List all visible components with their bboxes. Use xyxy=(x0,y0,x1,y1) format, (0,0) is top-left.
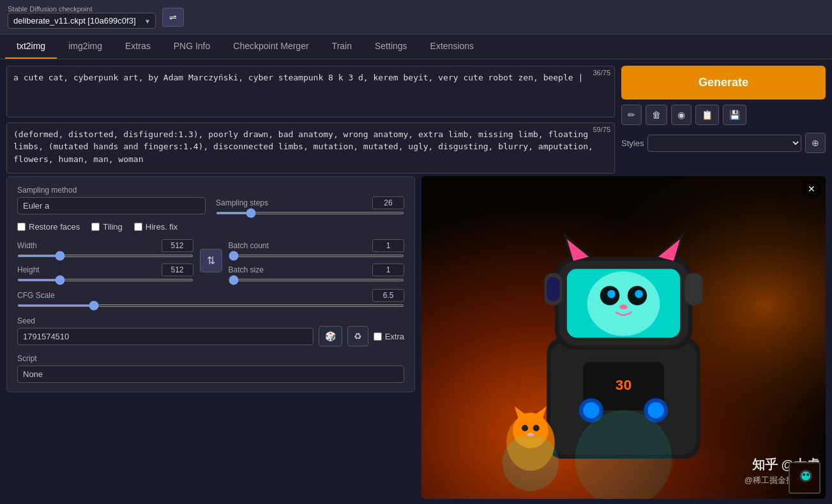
restore-faces-label: Restore faces xyxy=(29,222,80,232)
height-slider[interactable] xyxy=(17,279,193,281)
generated-image: 30 xyxy=(421,176,826,499)
tab-extras[interactable]: Extras xyxy=(114,34,162,59)
width-value[interactable] xyxy=(162,239,193,252)
seed-label: Seed xyxy=(17,316,35,325)
thumbnail-image xyxy=(790,463,821,494)
trash-button[interactable]: 🗑 xyxy=(646,105,667,125)
checkpoint-select-wrap: deliberate_v11.ckpt [10a699c0f3] ▼ xyxy=(8,13,156,29)
sampling-steps-top: Sampling steps xyxy=(216,196,404,209)
tab-png-info[interactable]: PNG Info xyxy=(162,34,222,59)
dice-button[interactable]: 🎲 xyxy=(319,326,342,346)
svg-rect-18 xyxy=(685,273,703,306)
tab-txt2img[interactable]: txt2img xyxy=(5,34,57,59)
height-value[interactable] xyxy=(162,263,193,276)
bottom-area: Sampling method Euler a Sampling steps xyxy=(0,176,832,504)
prompt-col: 36/75 59/75 xyxy=(6,66,615,174)
positive-prompt-input[interactable] xyxy=(7,66,614,114)
seed-row: 🎲 ♻ Extra xyxy=(17,326,404,346)
controls-col: Sampling method Euler a Sampling steps xyxy=(6,176,415,499)
tab-checkpoint-merger[interactable]: Checkpoint Merger xyxy=(222,34,320,59)
topbar: Stable Diffusion checkpoint deliberate_v… xyxy=(0,0,832,34)
sampling-method-select[interactable]: Euler a xyxy=(17,197,206,214)
tab-train[interactable]: Train xyxy=(321,34,363,59)
svg-point-23 xyxy=(583,402,599,418)
script-label: Script xyxy=(17,354,404,363)
nav-tabs: txt2img img2img Extras PNG Info Checkpoi… xyxy=(0,34,832,59)
hires-fix-label: Hires. fix xyxy=(146,222,178,232)
restore-faces-checkbox-label[interactable]: Restore faces xyxy=(17,222,80,232)
svg-point-25 xyxy=(647,402,663,418)
batch-size-label: Batch size xyxy=(229,265,264,274)
extra-checkbox[interactable] xyxy=(374,332,382,341)
generate-col: Generate ✏ 🗑 ◉ 📋 💾 Styles ⊕ xyxy=(621,66,826,174)
batch-count-value[interactable] xyxy=(372,239,404,252)
batch-count-slider[interactable] xyxy=(229,255,405,257)
refresh-button[interactable]: ⇌ xyxy=(162,8,184,27)
wh-row: Width Height xyxy=(17,239,404,281)
negative-prompt-wrap: 59/75 xyxy=(6,122,615,174)
tab-img2img[interactable]: img2img xyxy=(57,34,114,59)
checkboxes-row: Restore faces Tiling Hires. fix xyxy=(17,222,404,232)
sampling-method-label: Sampling method xyxy=(17,186,206,195)
extra-label: Extra xyxy=(385,332,404,341)
positive-prompt-count: 36/75 xyxy=(593,69,610,77)
clipboard-button[interactable]: 📋 xyxy=(695,105,719,125)
negative-prompt-input[interactable] xyxy=(7,123,614,171)
controls-panel: Sampling method Euler a Sampling steps xyxy=(6,176,415,392)
width-group: Width xyxy=(17,239,193,257)
styles-select[interactable] xyxy=(647,135,801,152)
hires-fix-checkbox[interactable] xyxy=(134,223,142,231)
width-slider[interactable] xyxy=(17,255,193,257)
sampling-steps-slider[interactable] xyxy=(216,212,404,214)
save-button[interactable]: 💾 xyxy=(723,105,746,125)
sampling-row: Sampling method Euler a Sampling steps xyxy=(17,186,404,214)
cfg-scale-slider[interactable] xyxy=(17,304,404,307)
svg-point-39 xyxy=(806,473,809,476)
height-label: Height xyxy=(17,265,40,274)
width-top: Width xyxy=(17,239,193,252)
negative-prompt-count: 59/75 xyxy=(593,126,610,133)
sampling-steps-group: Sampling steps xyxy=(216,196,404,214)
svg-rect-19 xyxy=(547,277,559,301)
sampling-steps-value[interactable] xyxy=(372,196,404,209)
seed-input[interactable] xyxy=(17,328,314,345)
sampling-method-group: Sampling method Euler a xyxy=(17,186,206,214)
tab-settings[interactable]: Settings xyxy=(363,34,419,59)
tiling-label: Tiling xyxy=(103,222,123,232)
generate-button[interactable]: Generate xyxy=(621,66,826,100)
cfg-scale-value[interactable] xyxy=(372,289,404,302)
restore-faces-checkbox[interactable] xyxy=(17,223,26,231)
svg-text:30: 30 xyxy=(616,376,632,393)
batch-count-group: Batch count xyxy=(229,239,405,257)
thumbnail-overlay xyxy=(789,462,821,494)
height-top: Height xyxy=(17,263,193,276)
hires-fix-checkbox-label[interactable]: Hires. fix xyxy=(134,222,178,232)
positive-prompt-wrap: 36/75 xyxy=(6,66,615,117)
batch-count-top: Batch count xyxy=(229,239,405,252)
seed-section: Seed 🎲 ♻ Extra xyxy=(17,315,404,346)
styles-apply-button[interactable]: ⊕ xyxy=(805,133,826,153)
svg-point-7 xyxy=(587,271,660,336)
script-select[interactable]: None xyxy=(17,366,404,383)
swap-dimensions-button[interactable]: ⇅ xyxy=(200,249,222,272)
target-button[interactable]: ◉ xyxy=(671,105,692,125)
checkpoint-select[interactable]: deliberate_v11.ckpt [10a699c0f3] xyxy=(8,13,156,29)
wh-right: Batch count Batch size xyxy=(229,239,405,281)
tiling-checkbox-label[interactable]: Tiling xyxy=(91,222,123,232)
svg-point-10 xyxy=(607,290,616,299)
batch-size-value[interactable] xyxy=(372,263,404,276)
icon-toolbar: ✏ 🗑 ◉ 📋 💾 xyxy=(621,105,826,125)
extra-checkbox-label[interactable]: Extra xyxy=(374,332,404,341)
image-col: ✕ xyxy=(421,176,826,499)
styles-wrap: Styles ⊕ xyxy=(621,133,826,153)
batch-size-group: Batch size xyxy=(229,263,405,281)
svg-point-38 xyxy=(803,473,805,476)
styles-label: Styles xyxy=(621,138,644,148)
recycle-button[interactable]: ♻ xyxy=(347,326,368,346)
image-container: ✕ xyxy=(421,176,826,499)
close-image-button[interactable]: ✕ xyxy=(803,181,821,196)
batch-size-slider[interactable] xyxy=(229,279,405,281)
pen-button[interactable]: ✏ xyxy=(621,105,642,125)
tab-extensions[interactable]: Extensions xyxy=(419,34,485,59)
tiling-checkbox[interactable] xyxy=(91,223,100,231)
